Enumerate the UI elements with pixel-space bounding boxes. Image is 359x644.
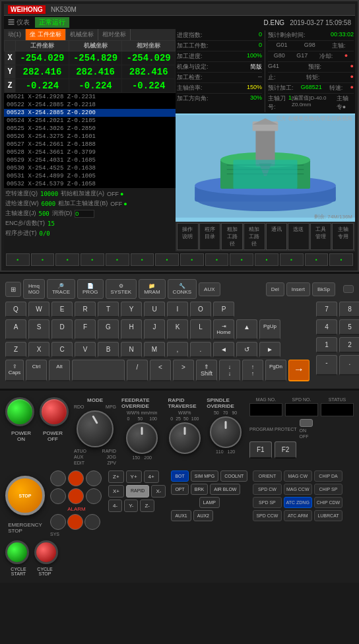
kb-mram-btn[interactable]: 📁MRAM [139,279,165,299]
key-r[interactable]: R [75,302,96,317]
estop-button[interactable]: STOP [5,476,45,515]
toolbar-btn-tools[interactable]: 工具管理 [310,223,332,250]
alarm-btn-1[interactable] [50,470,66,486]
btn-spd-ccw[interactable]: SPD CCW [253,510,281,521]
func-btn-6[interactable]: ▪ [131,253,154,266]
key-space[interactable] [72,360,125,381]
key-g[interactable]: G [98,319,119,340]
toolbar-btn-comm[interactable]: 通讯 [266,223,288,250]
sys-btn-1[interactable] [50,514,66,530]
func-btn-14[interactable]: ▪ [329,253,353,266]
btn-chip-cdw[interactable]: CHIP CDW [314,497,343,508]
key-e[interactable]: E [51,302,73,317]
btn-air-blow[interactable]: AIR BLOW [210,484,240,495]
coord-tab-machine[interactable]: 机械坐标 [66,29,98,40]
key-down-dup[interactable]: ↓↓ [219,360,240,381]
btn-lamp[interactable]: LAMP [199,497,220,508]
func-btn-2[interactable]: ▪ [31,253,55,266]
key-comma[interactable]: , [167,342,188,358]
func-btn-4[interactable]: ▪ [81,253,104,266]
key-x[interactable]: X [28,342,49,358]
btn-spd-cw[interactable]: SPD CW [253,484,281,495]
btn-aux1[interactable]: AUX1 [171,510,191,521]
key-s[interactable]: S [28,319,49,340]
key-pgdn[interactable]: PgDn [265,360,286,381]
jog-y-plus[interactable]: Y+ [126,470,142,483]
key-j[interactable]: J [144,319,165,340]
btn-spd-sp[interactable]: SPD SP [253,497,281,508]
jog-4-minus[interactable]: 4- [108,499,122,512]
key-w[interactable]: W [28,302,49,317]
key-v[interactable]: V [75,342,96,358]
key-z[interactable]: Z [5,342,26,358]
key-k[interactable]: K [167,319,188,340]
btn-atc-arm[interactable]: ATC ARM [284,510,312,521]
key-b[interactable]: B [98,342,119,358]
key-f[interactable]: F [75,319,96,340]
toolbar-btn-rough[interactable]: 粗加工路径 [221,223,243,250]
key-d[interactable]: D [51,319,73,340]
jog-x-minus[interactable]: X- [151,485,166,498]
kb-prog-btn[interactable]: 📄PROG [77,279,104,299]
key-h[interactable]: H [121,319,142,340]
btn-mag-ccw[interactable]: MAG CCW [284,484,312,495]
mode-knob[interactable] [77,410,114,447]
key-num-5[interactable]: 5 [339,319,359,335]
feedrate-knob[interactable] [126,422,158,454]
kb-aux-btn[interactable]: AUX [199,282,220,296]
key-c[interactable]: C [51,342,73,358]
sys-btn-2[interactable] [67,514,83,530]
toolbar-btn-ops[interactable]: 操作说明 [177,223,199,250]
key-up-dup[interactable]: ↑↑ [242,360,263,381]
key-p[interactable]: P [213,302,234,317]
key-alt[interactable]: Alt [49,360,70,381]
key-m[interactable]: M [144,342,165,358]
spindle-knob[interactable] [210,416,242,448]
f2-button[interactable]: F2 [275,441,297,459]
key-y[interactable]: Y [121,302,142,317]
f1-button[interactable]: F1 [249,441,272,459]
cycle-start-button[interactable] [5,540,29,564]
key-num-7[interactable]: 7 [316,302,337,317]
key-t[interactable]: T [98,302,119,317]
alarm-btn-2[interactable] [68,470,84,486]
key-lt[interactable]: < [150,360,171,381]
key-num-1[interactable]: 1 [316,337,337,353]
jog-z-plus[interactable]: Z+ [108,470,124,483]
func-btn-5[interactable]: ▪ [106,253,129,266]
power-off-button[interactable] [40,397,69,426]
key-num-minus[interactable]: - [316,355,337,375]
alarm-btn-5[interactable] [68,488,84,504]
kb-insert-btn[interactable]: Insert [286,282,310,296]
btn-coolnt[interactable]: COOLNT [220,470,247,482]
func-btn-12[interactable]: ▪ [280,253,304,266]
key-slash[interactable]: / [127,360,148,381]
kb-conks-btn[interactable]: 🔧CONKS [168,279,197,299]
key-num-8[interactable]: 8 [339,302,359,317]
key-u[interactable]: U [144,302,165,317]
func-btn-7[interactable]: ▪ [155,253,179,266]
key-left-arrow[interactable]: ◄ [213,342,234,358]
func-btn-10[interactable]: ▪ [230,253,253,266]
kb-bksp-btn[interactable]: BkSp [312,282,335,296]
jog-z-minus[interactable]: Z- [140,499,154,512]
key-tab[interactable]: ⇥Home [213,319,234,340]
key-l[interactable]: L [190,319,211,340]
toolbar-btn-spindle[interactable]: 主轴专用 [332,223,354,250]
rapid-knob[interactable] [169,422,201,454]
toolbar-btn-select[interactable]: 选送 [288,223,310,250]
protect-toggle[interactable] [300,419,313,427]
kb-hmq-btn[interactable]: ⊞ [5,282,21,297]
key-num-2[interactable]: 2 [339,337,359,353]
coord-tab-relative[interactable]: 相对坐标 [98,29,131,40]
key-a[interactable]: A [5,319,26,340]
jog-4-plus[interactable]: 4+ [144,470,159,483]
key-n[interactable]: N [121,342,142,358]
key-pgup[interactable]: PgUp [259,319,280,340]
sys-btn-3[interactable] [84,514,100,530]
key-q[interactable]: Q [5,302,26,317]
toolbar-btn-prog[interactable]: 程序目录 [199,223,221,250]
btn-chip-da[interactable]: CHIP DA [314,470,343,482]
key-num-4[interactable]: 4 [316,319,337,335]
func-btn-3[interactable]: ▪ [55,253,79,266]
